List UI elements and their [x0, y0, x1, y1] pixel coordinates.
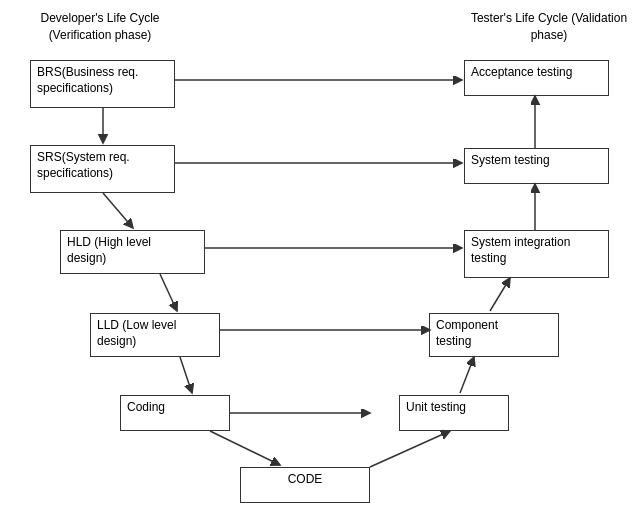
component-box: Componenttesting	[429, 313, 559, 357]
code-box: CODE	[240, 467, 370, 503]
svg-line-4	[180, 357, 192, 393]
acceptance-box: Acceptance testing	[464, 60, 609, 96]
system-integration-box: System integrationtesting	[464, 230, 609, 278]
tester-lifecycle-header: Tester's Life Cycle (Validation phase)	[469, 10, 629, 44]
diagram-container: Developer's Life Cycle (Verification pha…	[0, 0, 639, 527]
svg-line-2	[103, 193, 133, 228]
system-testing-box: System testing	[464, 148, 609, 184]
svg-line-7	[460, 357, 474, 393]
svg-line-6	[370, 431, 450, 467]
svg-line-3	[160, 274, 177, 311]
srs-box: SRS(System req.specifications)	[30, 145, 175, 193]
svg-line-8	[490, 278, 510, 311]
hld-box: HLD (High leveldesign)	[60, 230, 205, 274]
svg-line-5	[210, 431, 280, 465]
dev-lifecycle-header: Developer's Life Cycle (Verification pha…	[20, 10, 180, 44]
unit-testing-box: Unit testing	[399, 395, 509, 431]
lld-box: LLD (Low leveldesign)	[90, 313, 220, 357]
brs-box: BRS(Business req.specifications)	[30, 60, 175, 108]
coding-box: Coding	[120, 395, 230, 431]
